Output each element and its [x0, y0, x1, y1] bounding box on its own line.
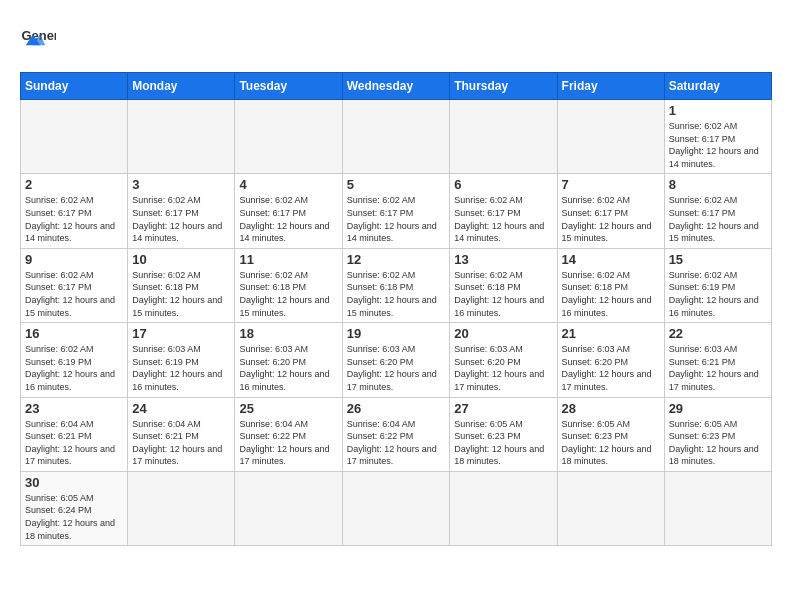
calendar-day-cell: 11Sunrise: 6:02 AM Sunset: 6:18 PM Dayli… — [235, 248, 342, 322]
day-number: 20 — [454, 326, 552, 341]
day-info: Sunrise: 6:05 AM Sunset: 6:23 PM Dayligh… — [562, 418, 660, 468]
calendar-day-cell: 15Sunrise: 6:02 AM Sunset: 6:19 PM Dayli… — [664, 248, 771, 322]
day-info: Sunrise: 6:02 AM Sunset: 6:18 PM Dayligh… — [562, 269, 660, 319]
day-number: 17 — [132, 326, 230, 341]
day-number: 27 — [454, 401, 552, 416]
calendar-day-cell — [235, 471, 342, 545]
calendar-day-cell: 9Sunrise: 6:02 AM Sunset: 6:17 PM Daylig… — [21, 248, 128, 322]
day-number: 19 — [347, 326, 446, 341]
day-number: 22 — [669, 326, 767, 341]
day-number: 30 — [25, 475, 123, 490]
day-info: Sunrise: 6:05 AM Sunset: 6:23 PM Dayligh… — [669, 418, 767, 468]
calendar-day-cell: 22Sunrise: 6:03 AM Sunset: 6:21 PM Dayli… — [664, 323, 771, 397]
weekday-header-tuesday: Tuesday — [235, 73, 342, 100]
calendar-day-cell — [450, 100, 557, 174]
logo: General — [20, 20, 62, 56]
calendar-week-row: 30Sunrise: 6:05 AM Sunset: 6:24 PM Dayli… — [21, 471, 772, 545]
calendar-day-cell: 17Sunrise: 6:03 AM Sunset: 6:19 PM Dayli… — [128, 323, 235, 397]
calendar-day-cell: 7Sunrise: 6:02 AM Sunset: 6:17 PM Daylig… — [557, 174, 664, 248]
day-number: 6 — [454, 177, 552, 192]
day-number: 23 — [25, 401, 123, 416]
day-info: Sunrise: 6:02 AM Sunset: 6:18 PM Dayligh… — [132, 269, 230, 319]
day-info: Sunrise: 6:02 AM Sunset: 6:17 PM Dayligh… — [25, 269, 123, 319]
day-info: Sunrise: 6:02 AM Sunset: 6:17 PM Dayligh… — [347, 194, 446, 244]
calendar-day-cell: 29Sunrise: 6:05 AM Sunset: 6:23 PM Dayli… — [664, 397, 771, 471]
calendar-day-cell: 30Sunrise: 6:05 AM Sunset: 6:24 PM Dayli… — [21, 471, 128, 545]
day-info: Sunrise: 6:03 AM Sunset: 6:19 PM Dayligh… — [132, 343, 230, 393]
day-info: Sunrise: 6:05 AM Sunset: 6:24 PM Dayligh… — [25, 492, 123, 542]
day-info: Sunrise: 6:03 AM Sunset: 6:20 PM Dayligh… — [239, 343, 337, 393]
calendar-day-cell: 10Sunrise: 6:02 AM Sunset: 6:18 PM Dayli… — [128, 248, 235, 322]
day-number: 12 — [347, 252, 446, 267]
calendar-day-cell — [557, 100, 664, 174]
day-info: Sunrise: 6:03 AM Sunset: 6:20 PM Dayligh… — [347, 343, 446, 393]
calendar-week-row: 1Sunrise: 6:02 AM Sunset: 6:17 PM Daylig… — [21, 100, 772, 174]
weekday-header-sunday: Sunday — [21, 73, 128, 100]
calendar-day-cell: 3Sunrise: 6:02 AM Sunset: 6:17 PM Daylig… — [128, 174, 235, 248]
day-number: 3 — [132, 177, 230, 192]
day-info: Sunrise: 6:04 AM Sunset: 6:21 PM Dayligh… — [132, 418, 230, 468]
day-info: Sunrise: 6:02 AM Sunset: 6:19 PM Dayligh… — [25, 343, 123, 393]
weekday-header-saturday: Saturday — [664, 73, 771, 100]
calendar-day-cell — [450, 471, 557, 545]
day-number: 13 — [454, 252, 552, 267]
day-info: Sunrise: 6:05 AM Sunset: 6:23 PM Dayligh… — [454, 418, 552, 468]
calendar-day-cell: 12Sunrise: 6:02 AM Sunset: 6:18 PM Dayli… — [342, 248, 450, 322]
day-number: 25 — [239, 401, 337, 416]
day-info: Sunrise: 6:02 AM Sunset: 6:17 PM Dayligh… — [669, 120, 767, 170]
weekday-header-thursday: Thursday — [450, 73, 557, 100]
calendar-day-cell: 4Sunrise: 6:02 AM Sunset: 6:17 PM Daylig… — [235, 174, 342, 248]
page-header: General — [20, 20, 772, 56]
day-number: 5 — [347, 177, 446, 192]
day-info: Sunrise: 6:04 AM Sunset: 6:21 PM Dayligh… — [25, 418, 123, 468]
day-info: Sunrise: 6:04 AM Sunset: 6:22 PM Dayligh… — [347, 418, 446, 468]
day-number: 11 — [239, 252, 337, 267]
calendar-week-row: 23Sunrise: 6:04 AM Sunset: 6:21 PM Dayli… — [21, 397, 772, 471]
day-info: Sunrise: 6:02 AM Sunset: 6:18 PM Dayligh… — [239, 269, 337, 319]
calendar-day-cell: 8Sunrise: 6:02 AM Sunset: 6:17 PM Daylig… — [664, 174, 771, 248]
day-number: 2 — [25, 177, 123, 192]
calendar-day-cell: 24Sunrise: 6:04 AM Sunset: 6:21 PM Dayli… — [128, 397, 235, 471]
day-info: Sunrise: 6:03 AM Sunset: 6:21 PM Dayligh… — [669, 343, 767, 393]
calendar-day-cell — [557, 471, 664, 545]
day-info: Sunrise: 6:02 AM Sunset: 6:18 PM Dayligh… — [347, 269, 446, 319]
day-number: 10 — [132, 252, 230, 267]
weekday-header-monday: Monday — [128, 73, 235, 100]
calendar-day-cell — [21, 100, 128, 174]
calendar-day-cell — [128, 100, 235, 174]
day-number: 26 — [347, 401, 446, 416]
logo-icon: General — [20, 20, 56, 56]
calendar-day-cell: 1Sunrise: 6:02 AM Sunset: 6:17 PM Daylig… — [664, 100, 771, 174]
calendar-day-cell — [128, 471, 235, 545]
day-info: Sunrise: 6:02 AM Sunset: 6:19 PM Dayligh… — [669, 269, 767, 319]
calendar-day-cell: 14Sunrise: 6:02 AM Sunset: 6:18 PM Dayli… — [557, 248, 664, 322]
calendar-day-cell: 5Sunrise: 6:02 AM Sunset: 6:17 PM Daylig… — [342, 174, 450, 248]
day-number: 9 — [25, 252, 123, 267]
calendar-day-cell — [342, 100, 450, 174]
day-info: Sunrise: 6:02 AM Sunset: 6:18 PM Dayligh… — [454, 269, 552, 319]
day-info: Sunrise: 6:02 AM Sunset: 6:17 PM Dayligh… — [454, 194, 552, 244]
day-number: 7 — [562, 177, 660, 192]
day-number: 24 — [132, 401, 230, 416]
day-info: Sunrise: 6:02 AM Sunset: 6:17 PM Dayligh… — [669, 194, 767, 244]
day-info: Sunrise: 6:03 AM Sunset: 6:20 PM Dayligh… — [454, 343, 552, 393]
day-number: 8 — [669, 177, 767, 192]
calendar-day-cell: 21Sunrise: 6:03 AM Sunset: 6:20 PM Dayli… — [557, 323, 664, 397]
day-info: Sunrise: 6:04 AM Sunset: 6:22 PM Dayligh… — [239, 418, 337, 468]
day-info: Sunrise: 6:02 AM Sunset: 6:17 PM Dayligh… — [562, 194, 660, 244]
day-info: Sunrise: 6:02 AM Sunset: 6:17 PM Dayligh… — [132, 194, 230, 244]
calendar-day-cell: 20Sunrise: 6:03 AM Sunset: 6:20 PM Dayli… — [450, 323, 557, 397]
day-number: 29 — [669, 401, 767, 416]
calendar-day-cell: 23Sunrise: 6:04 AM Sunset: 6:21 PM Dayli… — [21, 397, 128, 471]
calendar-day-cell: 2Sunrise: 6:02 AM Sunset: 6:17 PM Daylig… — [21, 174, 128, 248]
weekday-header-row: SundayMondayTuesdayWednesdayThursdayFrid… — [21, 73, 772, 100]
day-number: 28 — [562, 401, 660, 416]
calendar-day-cell: 18Sunrise: 6:03 AM Sunset: 6:20 PM Dayli… — [235, 323, 342, 397]
calendar-day-cell: 28Sunrise: 6:05 AM Sunset: 6:23 PM Dayli… — [557, 397, 664, 471]
calendar-week-row: 16Sunrise: 6:02 AM Sunset: 6:19 PM Dayli… — [21, 323, 772, 397]
day-info: Sunrise: 6:03 AM Sunset: 6:20 PM Dayligh… — [562, 343, 660, 393]
day-number: 1 — [669, 103, 767, 118]
day-number: 16 — [25, 326, 123, 341]
day-number: 21 — [562, 326, 660, 341]
calendar-day-cell: 13Sunrise: 6:02 AM Sunset: 6:18 PM Dayli… — [450, 248, 557, 322]
